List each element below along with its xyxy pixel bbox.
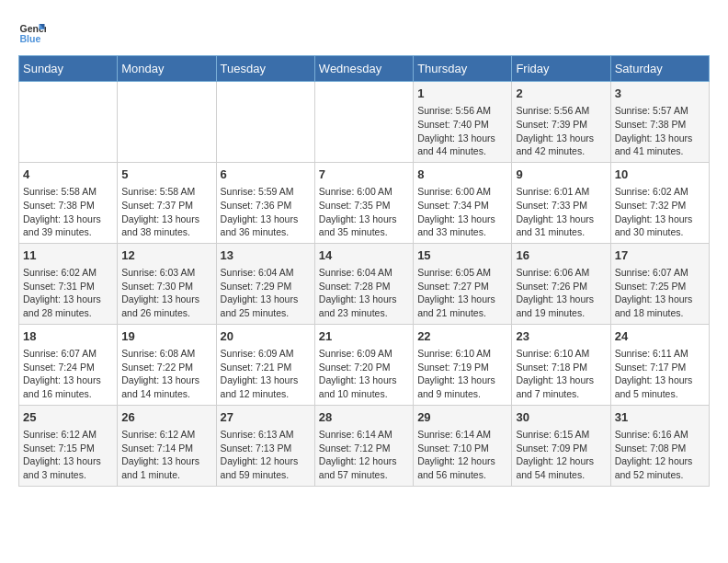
day-info: Daylight: 13 hours	[615, 213, 705, 226]
calendar-cell: 1Sunrise: 5:56 AMSunset: 7:40 PMDaylight…	[414, 82, 512, 163]
day-info: Sunset: 7:39 PM	[516, 118, 606, 132]
day-info: Daylight: 13 hours	[221, 293, 311, 306]
calendar-week-5: 25Sunrise: 6:12 AMSunset: 7:15 PMDayligh…	[19, 405, 710, 486]
day-info: and 1 minute.	[121, 468, 211, 482]
day-info: Sunset: 7:40 PM	[417, 118, 507, 132]
day-info: and 14 minutes.	[121, 387, 211, 401]
day-number: 7	[319, 167, 409, 183]
day-number: 8	[417, 167, 507, 183]
weekday-header-row: SundayMondayTuesdayWednesdayThursdayFrid…	[19, 56, 710, 82]
day-info: Sunset: 7:08 PM	[615, 442, 705, 455]
calendar-cell: 14Sunrise: 6:04 AMSunset: 7:28 PMDayligh…	[314, 243, 413, 324]
weekday-header-thursday: Thursday	[414, 56, 512, 82]
calendar-cell: 18Sunrise: 6:07 AMSunset: 7:24 PMDayligh…	[19, 324, 118, 405]
day-info: and 26 minutes.	[121, 306, 211, 320]
day-info: Daylight: 13 hours	[319, 293, 409, 306]
day-info: Daylight: 12 hours	[417, 454, 507, 468]
day-number: 5	[121, 167, 211, 183]
day-info: Sunset: 7:27 PM	[417, 280, 507, 293]
day-info: Daylight: 13 hours	[417, 373, 507, 387]
day-info: Sunset: 7:22 PM	[121, 361, 211, 374]
calendar-body: 1Sunrise: 5:56 AMSunset: 7:40 PMDaylight…	[19, 82, 710, 487]
day-info: Sunset: 7:34 PM	[417, 199, 507, 213]
day-number: 12	[121, 247, 211, 264]
day-info: Sunset: 7:10 PM	[417, 442, 507, 455]
calendar-cell	[118, 82, 216, 163]
day-info: Sunrise: 6:10 AM	[516, 347, 606, 361]
day-info: Sunrise: 5:57 AM	[615, 104, 705, 118]
day-info: Sunrise: 6:06 AM	[516, 266, 606, 280]
day-info: Sunrise: 6:10 AM	[417, 347, 507, 361]
day-number: 16	[516, 247, 606, 264]
day-info: and 31 minutes.	[516, 225, 606, 239]
calendar-cell: 10Sunrise: 6:02 AMSunset: 7:32 PMDayligh…	[610, 162, 709, 243]
day-info: Sunset: 7:26 PM	[516, 280, 606, 293]
day-info: Sunset: 7:28 PM	[319, 280, 409, 293]
day-info: Sunset: 7:33 PM	[516, 199, 606, 213]
day-info: Sunrise: 5:58 AM	[23, 185, 113, 199]
day-info: Daylight: 13 hours	[516, 373, 606, 387]
calendar-header: SundayMondayTuesdayWednesdayThursdayFrid…	[19, 56, 710, 82]
day-info: and 35 minutes.	[319, 225, 409, 239]
page-header: General Blue	[18, 18, 710, 46]
day-info: Daylight: 13 hours	[221, 373, 311, 387]
day-info: and 9 minutes.	[417, 387, 507, 401]
day-info: Daylight: 13 hours	[23, 454, 113, 468]
day-info: Daylight: 13 hours	[319, 373, 409, 387]
day-number: 31	[615, 409, 705, 426]
day-info: Daylight: 13 hours	[417, 213, 507, 226]
day-info: Sunset: 7:13 PM	[221, 442, 311, 455]
calendar-cell: 7Sunrise: 6:00 AMSunset: 7:35 PMDaylight…	[314, 162, 413, 243]
calendar-cell: 21Sunrise: 6:09 AMSunset: 7:20 PMDayligh…	[314, 324, 413, 405]
day-number: 13	[221, 247, 311, 264]
calendar-cell	[19, 82, 118, 163]
calendar-cell: 23Sunrise: 6:10 AMSunset: 7:18 PMDayligh…	[512, 324, 610, 405]
day-number: 20	[221, 328, 311, 345]
day-info: Sunrise: 5:58 AM	[121, 185, 211, 199]
day-number: 4	[23, 167, 113, 183]
day-number: 21	[319, 328, 409, 345]
day-info: Sunset: 7:12 PM	[319, 442, 409, 455]
day-info: Sunrise: 6:00 AM	[319, 185, 409, 199]
weekday-header-monday: Monday	[118, 56, 216, 82]
calendar-cell: 24Sunrise: 6:11 AMSunset: 7:17 PMDayligh…	[610, 324, 709, 405]
day-info: Sunrise: 6:12 AM	[121, 428, 211, 442]
day-info: Sunrise: 6:07 AM	[615, 266, 705, 280]
day-number: 1	[417, 86, 507, 102]
day-info: Sunset: 7:21 PM	[221, 361, 311, 374]
calendar-cell: 5Sunrise: 5:58 AMSunset: 7:37 PMDaylight…	[118, 162, 216, 243]
day-info: and 33 minutes.	[417, 225, 507, 239]
calendar-cell	[216, 82, 314, 163]
day-info: Daylight: 13 hours	[615, 293, 705, 306]
day-info: Sunset: 7:31 PM	[23, 280, 113, 293]
logo-icon: General Blue	[18, 18, 46, 46]
calendar-cell: 11Sunrise: 6:02 AMSunset: 7:31 PMDayligh…	[19, 243, 118, 324]
day-number: 26	[121, 409, 211, 426]
day-number: 17	[615, 247, 705, 264]
day-info: and 5 minutes.	[615, 387, 705, 401]
day-info: Daylight: 12 hours	[319, 454, 409, 468]
day-info: Sunrise: 6:16 AM	[615, 428, 705, 442]
day-info: and 42 minutes.	[516, 144, 606, 158]
day-info: and 23 minutes.	[319, 306, 409, 320]
calendar-cell: 12Sunrise: 6:03 AMSunset: 7:30 PMDayligh…	[118, 243, 216, 324]
day-info: Daylight: 13 hours	[121, 213, 211, 226]
calendar-cell: 3Sunrise: 5:57 AMSunset: 7:38 PMDaylight…	[610, 82, 709, 163]
day-info: Daylight: 13 hours	[121, 373, 211, 387]
day-number: 10	[615, 167, 705, 183]
day-info: Sunrise: 6:13 AM	[221, 428, 311, 442]
day-info: Daylight: 13 hours	[23, 213, 113, 226]
day-info: and 36 minutes.	[221, 225, 311, 239]
logo: General Blue	[18, 18, 46, 46]
day-info: and 44 minutes.	[417, 144, 507, 158]
day-info: Daylight: 12 hours	[221, 454, 311, 468]
day-info: Daylight: 13 hours	[121, 293, 211, 306]
day-info: Sunset: 7:30 PM	[121, 280, 211, 293]
day-number: 19	[121, 328, 211, 345]
day-info: Sunset: 7:09 PM	[516, 442, 606, 455]
day-info: Sunset: 7:35 PM	[319, 199, 409, 213]
day-info: and 21 minutes.	[417, 306, 507, 320]
calendar-cell	[314, 82, 413, 163]
day-info: Sunrise: 6:00 AM	[417, 185, 507, 199]
day-info: Sunrise: 6:02 AM	[23, 266, 113, 280]
